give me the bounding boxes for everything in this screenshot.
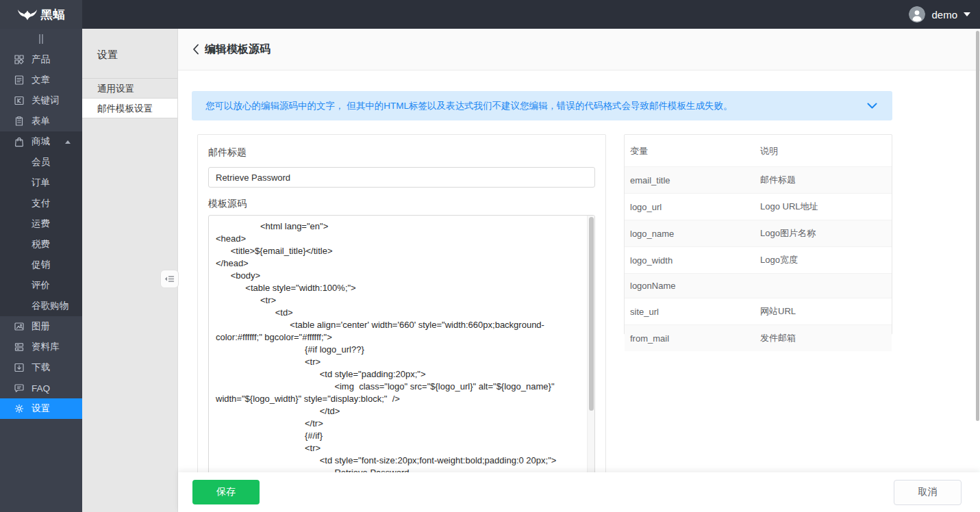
variable-desc — [755, 274, 892, 298]
page-scrollbar — [975, 29, 980, 512]
cancel-button[interactable]: 取消 — [894, 480, 962, 505]
variables-column-header: 变量 — [625, 135, 755, 167]
sidebar-item-keywords[interactable]: 关键词 — [0, 90, 82, 111]
album-icon — [14, 321, 25, 332]
variable-name: from_mail — [625, 325, 755, 352]
email-title-input[interactable] — [208, 167, 595, 188]
variable-desc: Logo URL地址 — [755, 194, 892, 220]
sidebar-item-forms[interactable]: 表单 — [0, 111, 82, 131]
source-code-wrap: <html lang="en"> <head> <title>${email_t… — [208, 215, 595, 489]
sidebar-item-settings[interactable]: 设置 — [0, 398, 82, 419]
sidebar-subitem-reviews[interactable]: 评价 — [0, 275, 82, 296]
main-content: 编辑模板源码 您可以放心的编辑源码中的文字， 但其中的HTML标签以及表达式我们… — [178, 29, 980, 512]
page-scrollbar-thumb[interactable] — [976, 31, 979, 421]
variable-row-site_url: site_url网站URL — [625, 298, 892, 325]
faq-icon — [14, 383, 25, 394]
sidebar-item-albums[interactable]: 图册 — [0, 316, 82, 337]
sidebar-subitem-shipping[interactable]: 运费 — [0, 214, 82, 234]
sidebar-item-articles[interactable]: 文章 — [0, 70, 82, 90]
article-icon — [14, 75, 25, 86]
sidebar-collapse-handle[interactable] — [0, 29, 82, 49]
variable-row-from_mail: from_mail发件邮箱 — [625, 325, 892, 352]
brand-name: 黑蝠 — [41, 7, 66, 23]
variable-row-email_title: email_title邮件标题 — [625, 167, 892, 194]
page-title: 编辑模板源码 — [205, 42, 271, 57]
mall-icon — [14, 136, 25, 147]
variables-column-header: 说明 — [755, 135, 892, 167]
variable-row-logo_width: logo_widthLogo宽度 — [625, 247, 892, 274]
topbar: 黑蝠 demo — [0, 0, 980, 29]
sidebar-item-library[interactable]: 资料库 — [0, 337, 82, 357]
download-icon — [14, 362, 25, 373]
save-button[interactable]: 保存 — [192, 480, 260, 504]
variable-desc: 邮件标题 — [755, 167, 892, 194]
variable-row-logo_name: logo_nameLogo图片名称 — [625, 220, 892, 247]
variable-desc: Logo图片名称 — [755, 220, 892, 247]
action-bar: 保存 取消 — [178, 472, 980, 512]
variable-row-logonName: logonName — [625, 274, 892, 298]
sidebar-subitem-payment[interactable]: 支付 — [0, 193, 82, 214]
sidebar-item-faq[interactable]: FAQ — [0, 378, 82, 398]
template-editor-card: 邮件标题 模板源码 <html lang="en"> <head> <title… — [197, 134, 606, 504]
info-banner-text: 您可以放心的编辑源码中的文字， 但其中的HTML标签以及表达式我们不建议您编辑，… — [205, 100, 867, 112]
variable-desc: 网站URL — [755, 298, 892, 325]
sidebar-subitem-promotion[interactable]: 促销 — [0, 255, 82, 275]
banner-collapse-icon[interactable] — [867, 103, 877, 109]
variables-card: 变量说明 email_title邮件标题logo_urlLogo URL地址lo… — [624, 134, 892, 335]
library-icon — [14, 342, 25, 353]
page-header: 编辑模板源码 — [178, 29, 980, 71]
sidebar-item-mall[interactable]: 商城 — [0, 131, 82, 152]
sidebar-subitem-tax[interactable]: 税费 — [0, 234, 82, 255]
chevron-up-icon — [65, 140, 71, 144]
brand-logo[interactable]: 黑蝠 — [0, 0, 82, 29]
username: demo — [931, 9, 957, 21]
source-code-textarea[interactable]: <html lang="en"> <head> <title>${email_t… — [208, 215, 595, 489]
keyword-icon — [14, 95, 25, 106]
source-code-label: 模板源码 — [208, 198, 595, 209]
sidebar-item-download[interactable]: 下载 — [0, 357, 82, 378]
grid-icon — [14, 54, 25, 65]
gear-icon — [14, 403, 25, 414]
sidebar-group-mall: 商城会员订单支付运费税费促销评价谷歌购物 — [0, 131, 82, 316]
email-title-label: 邮件标题 — [208, 146, 595, 157]
sidebar-subitem-google-shopping[interactable]: 谷歌购物 — [0, 296, 82, 316]
sidebar-item-products[interactable]: 产品 — [0, 49, 82, 70]
user-avatar-icon — [909, 6, 925, 23]
subnav-title: 设置 — [82, 29, 177, 79]
variable-name: logo_width — [625, 247, 755, 274]
collapse-subnav-button[interactable] — [160, 270, 179, 288]
info-banner: 您可以放心的编辑源码中的文字， 但其中的HTML标签以及表达式我们不建议您编辑，… — [192, 91, 892, 120]
sidebar-menu: 产品文章关键词表单商城会员订单支付运费税费促销评价谷歌购物图册资料库下载FAQ设… — [0, 49, 82, 419]
variable-name: email_title — [625, 167, 755, 194]
sidebar: 产品文章关键词表单商城会员订单支付运费税费促销评价谷歌购物图册资料库下载FAQ设… — [0, 29, 82, 512]
variable-name: site_url — [625, 298, 755, 325]
variable-name: logo_url — [625, 194, 755, 220]
back-button[interactable] — [192, 44, 199, 55]
textarea-scrollbar — [587, 216, 594, 488]
bat-logo-icon — [17, 8, 38, 21]
subnav-item-general-settings[interactable]: 通用设置 — [82, 79, 177, 99]
sidebar-subitem-orders[interactable]: 订单 — [0, 172, 82, 193]
variable-name: logo_name — [625, 220, 755, 247]
form-icon — [14, 116, 25, 127]
variable-desc: Logo宽度 — [755, 247, 892, 274]
subnav-items: 通用设置邮件模板设置 — [82, 79, 177, 118]
sidebar-subitem-members[interactable]: 会员 — [0, 152, 82, 172]
variable-row-logo_url: logo_urlLogo URL地址 — [625, 194, 892, 220]
variable-name: logonName — [625, 274, 755, 298]
subnav-item-email-template-settings[interactable]: 邮件模板设置 — [82, 99, 177, 118]
variable-desc: 发件邮箱 — [755, 325, 892, 352]
variables-table: 变量说明 email_title邮件标题logo_urlLogo URL地址lo… — [625, 135, 892, 351]
user-menu[interactable]: demo — [909, 0, 970, 29]
chevron-down-icon — [964, 12, 970, 16]
app-window: 黑蝠 demo 产品文章关键词表单商城会员订单支付运费税费促销评价谷歌购物图册资… — [0, 0, 980, 512]
variables-table-header: 变量说明 — [625, 135, 892, 167]
textarea-scrollbar-thumb[interactable] — [589, 217, 594, 411]
